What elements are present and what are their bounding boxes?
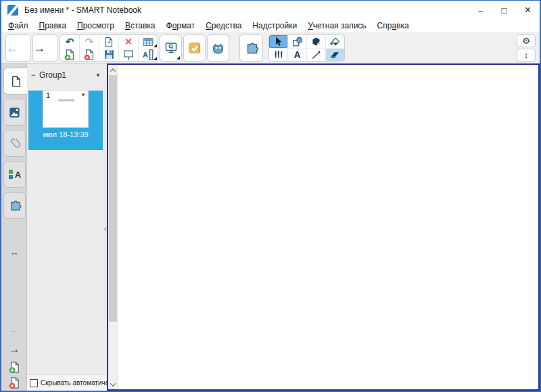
screen-capture-button[interactable] bbox=[160, 34, 182, 62]
menu-addons[interactable]: Надстройки bbox=[247, 20, 302, 32]
menu-account[interactable]: Учетная запись bbox=[302, 20, 371, 32]
menu-insert[interactable]: Вставка bbox=[120, 20, 161, 32]
back-button[interactable]: ← bbox=[5, 34, 31, 62]
polygon-tool[interactable] bbox=[307, 35, 325, 48]
open-file-button[interactable] bbox=[99, 35, 118, 48]
page-x-icon bbox=[83, 49, 95, 61]
menu-format[interactable]: Формат bbox=[161, 20, 201, 32]
canvas-scrollbar[interactable] bbox=[108, 65, 118, 389]
paperclip-icon bbox=[8, 137, 22, 150]
menu-tools[interactable]: Средства bbox=[200, 20, 247, 32]
app-logo-icon bbox=[7, 5, 18, 16]
forward-button[interactable]: → bbox=[32, 34, 58, 62]
tab-gallery[interactable] bbox=[3, 99, 26, 126]
minimize-button[interactable]: – bbox=[469, 1, 492, 20]
next-page-button[interactable]: → bbox=[1, 343, 27, 356]
hexagon-icon bbox=[310, 36, 322, 47]
text-tool[interactable]: A bbox=[288, 48, 306, 61]
add-page-shortcut-button[interactable] bbox=[1, 361, 27, 374]
select-tool[interactable] bbox=[269, 35, 287, 48]
add-page-button[interactable] bbox=[60, 48, 79, 61]
titlebar: Без имени * - SMART Notebook – □ × bbox=[1, 1, 540, 20]
dropdown-corner-icon bbox=[154, 57, 157, 60]
back-arrow-icon: ← bbox=[6, 41, 18, 55]
tab-attachments[interactable] bbox=[3, 130, 26, 157]
tab-page-sorter[interactable] bbox=[3, 68, 28, 95]
menu-edit[interactable]: Правка bbox=[34, 20, 72, 32]
page-number: 1 bbox=[46, 91, 50, 99]
app-window: Без имени * - SMART Notebook – □ × Файл … bbox=[0, 0, 541, 392]
menu-view[interactable]: Просмотр bbox=[72, 20, 120, 32]
up-down-arrow-icon: ↕ bbox=[524, 50, 529, 60]
selected-page-item[interactable]: 1 ▼ июл 18-13:39 bbox=[28, 91, 103, 150]
smart-response-button[interactable] bbox=[183, 34, 206, 62]
window-title: Без имени * - SMART Notebook bbox=[24, 5, 141, 15]
dropdown-corner-icon bbox=[177, 56, 180, 59]
page-caption: июл 18-13:39 bbox=[28, 130, 103, 139]
maximize-button[interactable]: □ bbox=[492, 1, 516, 20]
autohide-checkbox[interactable] bbox=[30, 379, 38, 387]
tools-group: A bbox=[268, 34, 345, 62]
canvas[interactable] bbox=[107, 64, 540, 391]
main-area: A ↔ ← → − Group1 ▼ bbox=[1, 64, 540, 391]
page-plus-icon bbox=[8, 361, 21, 374]
pens-tool[interactable] bbox=[269, 48, 287, 61]
tab-add-ons[interactable] bbox=[3, 192, 26, 219]
menu-file[interactable]: Файл bbox=[3, 20, 34, 32]
scroll-up-button[interactable] bbox=[108, 65, 118, 75]
lines-tool[interactable] bbox=[307, 48, 325, 61]
blue-monster-icon bbox=[211, 41, 225, 55]
close-button[interactable]: × bbox=[516, 1, 540, 20]
group-dropdown-button[interactable]: ▼ bbox=[95, 72, 101, 78]
page-icon bbox=[9, 75, 22, 88]
undo-icon: ↶ bbox=[66, 36, 74, 48]
menubar: Файл Правка Просмотр Вставка Формат Сред… bbox=[1, 20, 540, 32]
autohide-label: Скрывать автоматическ bbox=[41, 379, 107, 387]
paint-bucket-icon bbox=[329, 36, 341, 47]
puzzle-piece-icon bbox=[8, 199, 22, 212]
tab-properties[interactable]: A bbox=[3, 161, 26, 188]
shapes-tool[interactable] bbox=[288, 35, 306, 48]
screen-shade-button[interactable] bbox=[119, 48, 138, 61]
delete-page-button[interactable] bbox=[80, 48, 99, 61]
page-menu-button[interactable]: ▼ bbox=[80, 92, 86, 98]
group-collapse-button[interactable]: − bbox=[27, 70, 39, 80]
chevron-up-icon bbox=[110, 68, 116, 74]
scroll-down-button[interactable] bbox=[108, 379, 118, 389]
page-thumbnail[interactable]: 1 ▼ bbox=[43, 91, 88, 127]
page-sorter-panel: − Group1 ▼ 1 ▼ июл 18-13:39 ‹ Скрывать а… bbox=[27, 64, 107, 391]
previous-page-button[interactable]: ← bbox=[1, 323, 27, 337]
gallery-image-icon bbox=[8, 106, 21, 119]
open-file-icon bbox=[103, 36, 115, 48]
panel-resize-icon[interactable]: ↔ bbox=[1, 247, 27, 258]
page-plus-icon bbox=[64, 49, 76, 61]
settings-button[interactable]: ⚙ bbox=[517, 34, 536, 47]
file-actions-group: ↶ ↷ bbox=[60, 34, 158, 62]
group-title[interactable]: Group1 bbox=[39, 70, 66, 80]
undo-button[interactable]: ↶ bbox=[60, 35, 79, 48]
eraser-icon bbox=[329, 49, 341, 61]
fill-tool[interactable] bbox=[326, 35, 344, 48]
sidebar-tabstrip: A ↔ ← → bbox=[1, 64, 27, 391]
delete-page-shortcut-button[interactable] bbox=[1, 376, 27, 389]
floppy-disk-icon bbox=[103, 49, 115, 60]
window-controls: – □ × bbox=[469, 1, 540, 20]
toolbar-right-controls: ⚙ ↕ bbox=[517, 34, 536, 62]
table-button[interactable] bbox=[139, 35, 158, 48]
redo-button[interactable]: ↷ bbox=[80, 35, 99, 48]
toolbar-expand-button[interactable]: ↕ bbox=[517, 49, 536, 62]
redo-icon: ↷ bbox=[85, 36, 94, 48]
cursor-arrow-icon bbox=[273, 36, 284, 47]
add-ons-button[interactable] bbox=[239, 34, 263, 62]
menu-help[interactable]: Справка bbox=[372, 20, 415, 32]
smart-lab-button[interactable] bbox=[207, 34, 229, 62]
save-button[interactable] bbox=[99, 48, 118, 61]
letter-a-icon: A bbox=[293, 49, 300, 60]
eraser-tool[interactable] bbox=[326, 48, 344, 61]
three-pens-icon bbox=[273, 49, 285, 61]
monitor-magnifier-icon bbox=[164, 41, 178, 55]
toolbar: ← → ↶ ↷ bbox=[1, 32, 540, 64]
delete-button[interactable]: × bbox=[119, 35, 138, 48]
measurement-tools-button[interactable]: А bbox=[139, 48, 158, 61]
scroll-thumb[interactable] bbox=[109, 75, 117, 322]
